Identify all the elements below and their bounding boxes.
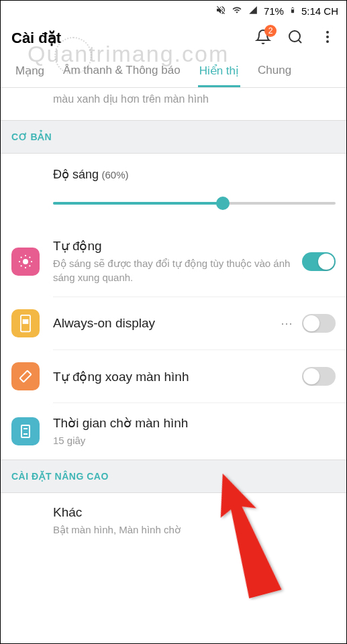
svg-rect-0 — [291, 8, 293, 9]
auto-rotate-title: Tự động xoay màn hình — [53, 369, 302, 384]
page-title: Cài đặt — [11, 30, 61, 47]
auto-brightness-toggle[interactable] — [302, 252, 336, 271]
tab-general[interactable]: Chung — [248, 56, 301, 87]
always-on-display-setting[interactable]: Always-on display ⋯ — [1, 297, 346, 350]
other-title: Khác — [53, 505, 336, 520]
svg-point-5 — [23, 259, 28, 264]
tabs: Mạng Âm thanh & Thông báo Hiển thị Chung — [1, 56, 346, 88]
other-setting[interactable]: Khác Bật màn hình, Màn hình chờ — [1, 493, 346, 549]
always-on-icon — [11, 309, 40, 337]
mute-icon — [214, 5, 228, 17]
status-time: 5:14 CH — [300, 5, 340, 17]
section-header-basic: CƠ BẢN — [1, 120, 346, 154]
content-scroll[interactable]: màu xanh dịu hơn trên màn hình CƠ BẢN Độ… — [1, 88, 346, 637]
tab-display[interactable]: Hiển thị — [190, 56, 248, 87]
auto-brightness-title: Tự động — [53, 238, 302, 254]
signal-icon — [246, 5, 260, 17]
auto-brightness-setting[interactable]: Tự động Độ sáng sẽ được thay đổi tự động… — [1, 226, 346, 297]
tab-network[interactable]: Mạng — [6, 56, 54, 87]
header: Cài đặt 2 — [1, 21, 346, 56]
partial-setting-subtitle: màu xanh dịu hơn trên màn hình — [1, 88, 346, 120]
svg-point-2 — [326, 31, 329, 34]
brightness-label: Độ sáng — [53, 168, 99, 181]
battery-icon — [288, 5, 297, 17]
auto-brightness-subtitle: Độ sáng sẽ được thay đổi tự động tùy thu… — [53, 256, 302, 284]
notification-button[interactable]: 2 — [255, 29, 271, 48]
brightness-icon — [11, 248, 40, 276]
auto-rotate-setting[interactable]: Tự động xoay màn hình — [1, 350, 346, 402]
svg-point-3 — [326, 36, 329, 38]
screen-timeout-title: Thời gian chờ màn hình — [53, 415, 336, 431]
other-subtitle: Bật màn hình, Màn hình chờ — [53, 523, 336, 537]
brightness-setting[interactable]: Độ sáng (60%) — [1, 154, 346, 226]
screen-timeout-setting[interactable]: Thời gian chờ màn hình 15 giây — [1, 403, 346, 460]
status-bar: 71% 5:14 CH — [1, 1, 346, 21]
notification-badge: 2 — [264, 25, 277, 37]
always-on-title: Always-on display — [53, 316, 271, 331]
wifi-icon — [230, 5, 244, 17]
svg-rect-9 — [21, 425, 30, 437]
svg-rect-8 — [20, 371, 32, 382]
screen-timeout-subtitle: 15 giây — [53, 433, 336, 447]
more-dots-icon[interactable]: ⋯ — [271, 316, 302, 331]
battery-percent: 71% — [262, 5, 285, 17]
auto-rotate-toggle[interactable] — [302, 367, 336, 386]
svg-point-4 — [326, 40, 329, 43]
slider-thumb[interactable] — [216, 197, 230, 210]
timeout-icon — [11, 417, 40, 445]
svg-rect-7 — [23, 320, 28, 323]
always-on-toggle[interactable] — [302, 314, 336, 333]
more-menu-button[interactable] — [319, 29, 336, 48]
brightness-percent: (60%) — [102, 169, 129, 180]
brightness-slider[interactable] — [53, 197, 336, 210]
tab-sound-notification[interactable]: Âm thanh & Thông báo — [54, 56, 190, 87]
search-button[interactable] — [287, 29, 303, 48]
svg-point-1 — [289, 31, 300, 42]
rotate-icon — [11, 362, 40, 390]
section-header-advanced: CÀI ĐẶT NÂNG CAO — [1, 460, 346, 493]
